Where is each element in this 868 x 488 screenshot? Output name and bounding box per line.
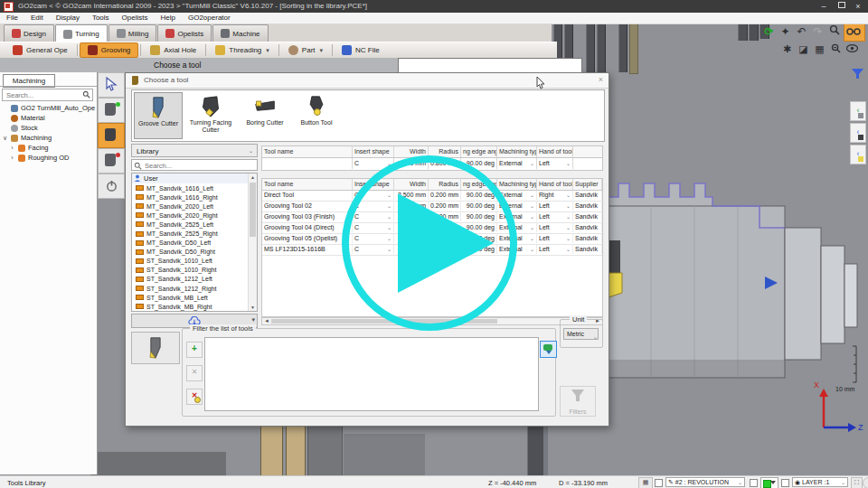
group-general-ope[interactable]: General Ope	[5, 43, 75, 57]
library-item[interactable]: MT_Sandvik_D50_Left	[132, 239, 250, 248]
revolution-select[interactable]: ✎ #2 : REVOLUTION⌄	[665, 477, 745, 487]
scroll-thumb[interactable]	[271, 319, 497, 324]
remove-filter-button[interactable]: ✕	[186, 365, 203, 381]
tree-item-material[interactable]: Material	[2, 113, 95, 123]
filter-hand-select[interactable]: Left⌄	[537, 158, 573, 169]
filter-type-select[interactable]: External⌄	[497, 158, 537, 169]
table-row[interactable]: Grooving Tool 03 (Finish)C⌄2.500 mm0.200…	[262, 212, 602, 223]
expand-caret[interactable]: ›	[9, 145, 15, 151]
collapse-panel-button-3[interactable]: ‹	[850, 145, 866, 164]
library-item[interactable]: MT_Sandvik_2020_Right	[132, 211, 250, 220]
filters-button[interactable]: Filters	[560, 386, 596, 417]
family-boring-cutter[interactable]: Boring Cutter	[241, 92, 289, 137]
menu-display[interactable]: Display	[50, 13, 86, 23]
menu-go2operator[interactable]: GO2operator	[182, 13, 237, 23]
collapse-panel-button-2[interactable]: ‹	[850, 123, 866, 143]
scroll-down-icon[interactable]: ▼	[249, 305, 257, 310]
trim-icon[interactable]: ▦	[812, 42, 827, 56]
tab-design[interactable]: Design	[4, 24, 54, 42]
filter-radius[interactable]: 0.800 mm	[429, 158, 461, 169]
active-filters-area[interactable]	[204, 337, 539, 411]
eraser-icon[interactable]: ◪	[796, 42, 811, 56]
collapse-panel-button-1[interactable]: ‹	[850, 101, 866, 121]
tree-item-roughing-od[interactable]: ›Roughing OD	[2, 153, 95, 163]
menu-edit[interactable]: Edit	[24, 13, 50, 23]
pan-hand-icon[interactable]: ✦	[778, 24, 793, 39]
tree-item-facing[interactable]: ›Facing	[2, 143, 95, 153]
library-item[interactable]: MT_Sandvik_2020_Left	[132, 202, 250, 211]
library-header[interactable]: Library⌄	[131, 144, 258, 157]
table-header-row[interactable]: Tool nameInsert shapeWidthRadiusng edge …	[261, 178, 603, 191]
library-scrollbar[interactable]: ▲ ▼	[248, 174, 257, 311]
apply-filter-toggle[interactable]	[540, 341, 557, 358]
group-nc-file[interactable]: NC File	[335, 43, 387, 57]
family-groove-cutter[interactable]: Groove Cutter	[134, 92, 183, 139]
layer-checkbox[interactable]	[781, 479, 789, 487]
library-item[interactable]: ST_Sandvik_1212_Left	[132, 275, 250, 284]
minimize-button[interactable]: –	[816, 0, 832, 13]
menu-file[interactable]: File	[0, 13, 24, 23]
select-cursor-button[interactable]	[98, 72, 125, 98]
filter-shape-select[interactable]: C⌄	[353, 158, 394, 169]
visibility-eye-icon[interactable]	[844, 42, 860, 56]
table-row[interactable]: Grooving Tool 05 (Opelist)C⌄2.500 mm0.40…	[262, 234, 602, 245]
maximize-button[interactable]	[834, 0, 850, 13]
dialog-close-icon[interactable]: ×	[599, 75, 603, 84]
menu-opelists[interactable]: Opelists	[116, 13, 155, 23]
add-filter-button[interactable]: +	[186, 342, 203, 358]
layer-select[interactable]: ◉ LAYER :1⌄	[792, 477, 848, 487]
operator-help-button[interactable]: ◔	[863, 477, 868, 488]
group-threading[interactable]: Threading▾	[208, 43, 277, 57]
expand-caret[interactable]: ∨	[2, 135, 8, 142]
tree-item-autoope[interactable]: GO2 TurnMill_Auto_Ope	[2, 103, 95, 113]
filter-tool-name-input[interactable]	[264, 158, 351, 169]
library-item[interactable]: ST_Sandvik_1212_Right	[132, 284, 250, 293]
zoom-window-icon[interactable]	[828, 42, 844, 56]
tree-item-stock[interactable]: Stock	[2, 123, 95, 133]
undo-icon[interactable]: ↶	[794, 24, 809, 39]
library-search-input[interactable]	[143, 160, 246, 172]
table-row[interactable]: Grooving Tool 02C⌄2.500 mm0.200 mm90.00 …	[262, 202, 602, 212]
tool-disable-button[interactable]	[98, 148, 125, 174]
tab-milling[interactable]: Milling	[108, 24, 157, 42]
menu-help[interactable]: Help	[155, 13, 182, 23]
redo-icon[interactable]: ↷	[810, 24, 826, 39]
family-button-tool[interactable]: Button Tool	[293, 92, 340, 137]
group-grooving[interactable]: Grooving	[80, 42, 138, 58]
tab-machine[interactable]: Machine	[212, 24, 268, 42]
library-item[interactable]: MT_Sandvik_2525_Right	[132, 229, 250, 238]
library-item[interactable]: MT_Sandvik_1616_Left	[132, 183, 250, 192]
tree-search-input[interactable]	[5, 89, 82, 100]
library-item[interactable]: ST_Sandvik_MB_Left	[132, 293, 250, 302]
sync-icon[interactable]: ⟳	[761, 24, 777, 39]
display-filter-button[interactable]	[850, 69, 864, 81]
unit-select[interactable]: Metric⌄	[563, 328, 599, 340]
grid-snap-button[interactable]: ▦	[638, 477, 653, 488]
table-row[interactable]: Direct ToolC⌄2.500 mm0.200 mm90.00 degEx…	[262, 191, 602, 202]
clear-filters-button[interactable]: ✕	[186, 389, 203, 405]
prompt-input[interactable]	[398, 58, 582, 73]
color-checkbox[interactable]	[750, 479, 758, 487]
revolution-checkbox[interactable]	[655, 479, 663, 487]
library-item[interactable]: ST_Sandvik_MB_Right	[132, 302, 250, 311]
scroll-left-icon[interactable]: ◄	[264, 318, 269, 324]
library-item[interactable]: MT_Sandvik_D50_Right	[132, 248, 250, 257]
group-part[interactable]: Part▾	[281, 43, 330, 57]
close-button[interactable]: ×	[850, 0, 866, 13]
zoom-fit-button[interactable]: ⛶	[851, 477, 863, 488]
zoom-icon[interactable]	[826, 24, 842, 39]
table-hscrollbar[interactable]: ◄ ►	[261, 317, 603, 325]
tab-opelists[interactable]: Opelists	[157, 24, 212, 42]
tab-turning[interactable]: Turning	[55, 24, 108, 42]
tool-choose-button[interactable]	[98, 123, 125, 148]
scroll-up-icon[interactable]: ▲	[249, 174, 257, 180]
current-color-button[interactable]	[760, 477, 778, 488]
group-axial-hole[interactable]: Axial Hole	[143, 43, 203, 57]
scroll-thumb[interactable]	[250, 183, 256, 237]
dialog-title-bar[interactable]: Choose a tool ×	[126, 73, 609, 89]
go2-glasses-button[interactable]	[844, 23, 865, 42]
family-turning-facing-cutter[interactable]: Turning Facing Cutter	[184, 92, 237, 137]
tree-item-machining[interactable]: ∨Machining	[2, 133, 95, 143]
tool-enable-button[interactable]	[98, 98, 125, 123]
library-item[interactable]: ST_Sandvik_1010_Right	[132, 266, 250, 275]
